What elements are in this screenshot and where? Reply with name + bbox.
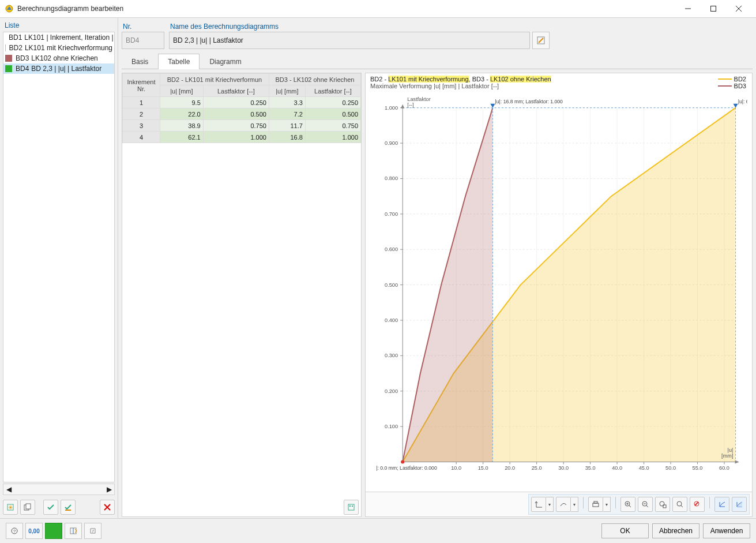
svg-text:1.000: 1.000 xyxy=(385,105,398,111)
close-button[interactable] xyxy=(726,1,751,17)
svg-text:30.0: 30.0 xyxy=(558,465,569,471)
table-panel: Inkrement Nr. BD2 - LK101 mit Kriechverf… xyxy=(122,73,362,517)
chart-view-2-button[interactable] xyxy=(732,497,747,512)
sidebar-list[interactable]: BD1 LK101 | Inkrement, Iteration | BD2 L… xyxy=(3,32,115,482)
tab-basis[interactable]: Basis xyxy=(122,54,158,69)
svg-text:25.0: 25.0 xyxy=(532,465,542,471)
window-title: Berechnungsdiagramm bearbeiten xyxy=(17,5,123,13)
minimize-button[interactable] xyxy=(675,1,701,17)
zoom-window-button[interactable] xyxy=(655,497,670,512)
units-button[interactable]: 0,00 xyxy=(25,523,43,539)
chart-view-1-button[interactable] xyxy=(714,497,729,512)
sidebar-item-desc: LK102 ohne Kriechen xyxy=(31,54,97,62)
svg-text:0.200: 0.200 xyxy=(385,388,398,394)
curve-style-button[interactable] xyxy=(556,497,571,512)
svg-text:[mm]: [mm] xyxy=(721,453,733,459)
sidebar: Liste BD1 LK101 | Inkrement, Iteration |… xyxy=(0,18,118,519)
color-swatch-icon xyxy=(5,44,6,51)
scroll-left-icon[interactable]: ◀ xyxy=(3,485,14,493)
color-swatch-icon xyxy=(5,65,12,72)
sidebar-item-desc: LK101 | Inkrement, Iteration | xyxy=(24,33,113,42)
svg-line-104 xyxy=(681,505,683,507)
table-row[interactable]: 19.50.2503.30.250 xyxy=(123,97,361,108)
svg-text:0.400: 0.400 xyxy=(385,317,398,323)
svg-text:0.900: 0.900 xyxy=(385,140,398,146)
sidebar-toolbar: ✳ xyxy=(0,497,118,519)
nr-field: BD4 xyxy=(122,32,164,49)
help-button[interactable]: ? xyxy=(6,523,23,539)
edit-name-button[interactable] xyxy=(532,32,550,49)
copy-item-button[interactable] xyxy=(20,500,35,515)
sidebar-horizontal-scrollbar[interactable]: ◀ ▶ xyxy=(3,484,115,495)
zoom-out-button[interactable] xyxy=(638,497,653,512)
sidebar-item-bd4[interactable]: BD4 BD 2,3 | |u| | Lastfaktor xyxy=(3,63,114,74)
svg-text:15.0: 15.0 xyxy=(478,465,488,471)
svg-text:20.0: 20.0 xyxy=(505,465,515,471)
sidebar-item-bd3[interactable]: BD3 LK102 ohne Kriechen xyxy=(3,53,114,63)
uncheck-all-button[interactable] xyxy=(61,500,76,515)
svg-rect-14 xyxy=(349,505,351,507)
color-swatch-icon xyxy=(5,55,12,62)
svg-line-95 xyxy=(629,505,631,507)
svg-text:|: 0.0 mm; Lastfaktor: 0.000: |: 0.0 mm; Lastfaktor: 0.000 xyxy=(376,465,437,471)
svg-text:Lastfaktor: Lastfaktor xyxy=(407,96,430,102)
zoom-fit-button[interactable] xyxy=(672,497,687,512)
scroll-right-icon[interactable]: ▶ xyxy=(104,485,114,493)
zoom-reset-button[interactable] xyxy=(690,497,705,512)
svg-text:45.0: 45.0 xyxy=(639,465,649,471)
svg-rect-93 xyxy=(594,501,597,503)
ok-button[interactable]: OK xyxy=(601,523,649,538)
sidebar-item-code: BD1 xyxy=(9,33,22,42)
chart-title: BD2 - LK101 mit Kriechverformung, BD3 - … xyxy=(370,76,747,83)
chart-legend: BD2 BD3 xyxy=(718,76,746,89)
name-label: Name des Berechnungsdiagramms xyxy=(169,21,550,32)
script-button[interactable]: f xyxy=(84,523,101,539)
table-row[interactable]: 222.00.5007.20.500 xyxy=(123,108,361,120)
svg-line-106 xyxy=(695,502,698,505)
table-row[interactable]: 338.90.75011.70.750 xyxy=(123,120,361,132)
color-button[interactable] xyxy=(45,523,62,539)
print-button[interactable] xyxy=(588,497,603,512)
header-fields: Nr. BD4 Name des Berechnungsdiagramms BD… xyxy=(122,21,753,49)
svg-text:0.300: 0.300 xyxy=(385,353,398,358)
svg-text:|u|: 16.8 mm; Lastfaktor: 1.00: |u|: 16.8 mm; Lastfaktor: 1.000 xyxy=(495,99,563,104)
axes-menu-caret[interactable]: ▾ xyxy=(546,497,554,512)
filter-button[interactable] xyxy=(65,523,82,539)
svg-text:35.0: 35.0 xyxy=(585,465,596,471)
new-item-button[interactable]: ✳ xyxy=(3,500,18,515)
axes-button[interactable] xyxy=(531,497,546,512)
svg-text:[--]: [--] xyxy=(407,102,413,108)
sidebar-item-bd2[interactable]: BD2 LK101 mit Kriechverformung xyxy=(3,43,114,53)
svg-text:0.600: 0.600 xyxy=(385,246,398,252)
svg-text:55.0: 55.0 xyxy=(693,465,703,471)
check-all-button[interactable] xyxy=(43,500,58,515)
th-u-bd2: |u| [mm] xyxy=(160,85,204,97)
apply-button[interactable]: Anwenden xyxy=(703,523,750,538)
cancel-button[interactable]: Abbrechen xyxy=(652,523,699,538)
th-lf-bd2: Lastfaktor [--] xyxy=(203,85,269,97)
maximize-button[interactable] xyxy=(701,1,726,17)
svg-text:0.100: 0.100 xyxy=(385,424,398,429)
tabbar: Basis Tabelle Diagramm xyxy=(122,54,753,69)
th-u-bd3: |u| [mm] xyxy=(269,85,305,97)
name-field[interactable]: BD 2,3 | |u| | Lastfaktor xyxy=(169,32,530,49)
svg-point-86 xyxy=(401,460,404,464)
tab-tabelle[interactable]: Tabelle xyxy=(158,54,200,69)
svg-text:|u|: |u| xyxy=(728,447,734,453)
dialog-bottom-bar: ? 0,00 f OK Abbrechen Anwenden xyxy=(0,518,756,543)
table-row[interactable]: 462.11.00016.81.000 xyxy=(123,132,361,143)
data-table[interactable]: Inkrement Nr. BD2 - LK101 mit Kriechverf… xyxy=(122,73,361,143)
svg-text:✳: ✳ xyxy=(8,504,13,511)
svg-text:40.0: 40.0 xyxy=(612,465,622,471)
zoom-in-button[interactable] xyxy=(620,497,635,512)
chart-plot-area[interactable]: 0.1000.2000.3000.4000.5000.6000.7000.800… xyxy=(370,91,747,490)
export-table-button[interactable] xyxy=(344,500,359,515)
svg-text:0.700: 0.700 xyxy=(385,211,398,217)
svg-point-101 xyxy=(660,501,664,506)
sidebar-item-bd1[interactable]: BD1 LK101 | Inkrement, Iteration | xyxy=(3,32,114,43)
delete-button[interactable] xyxy=(100,500,115,515)
curve-menu-caret[interactable]: ▾ xyxy=(571,497,578,512)
tab-diagramm[interactable]: Diagramm xyxy=(200,54,251,69)
svg-rect-13 xyxy=(348,504,354,510)
print-menu-caret[interactable]: ▾ xyxy=(603,497,611,512)
